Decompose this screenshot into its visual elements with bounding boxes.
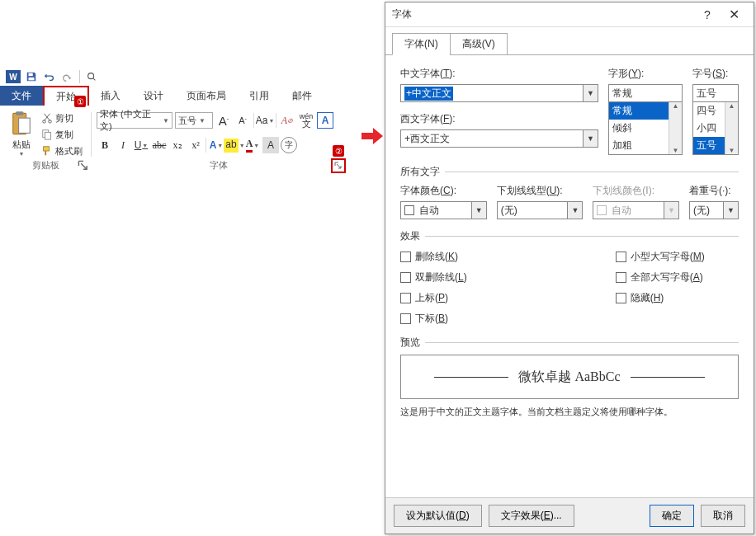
cut-button[interactable]: 剪切 (41, 110, 83, 125)
print-preview-icon[interactable] (83, 68, 100, 85)
shrink-font-button[interactable]: Aˇ (234, 112, 251, 129)
dialog-titlebar: 字体 ? ✕ (385, 2, 754, 27)
ok-button[interactable]: 确定 (650, 505, 694, 527)
font-color-combo[interactable]: 自动▼ (400, 201, 487, 219)
tab-file[interactable]: 文件 (0, 86, 43, 106)
dialog-tab-advanced[interactable]: 高级(V) (450, 33, 508, 55)
callout-marker-2: ② (333, 145, 344, 157)
preview-box: 微软卓越 AaBbCc (400, 355, 739, 399)
font-size-listbox[interactable]: 四号 小四 五号 ▲▼ (692, 102, 739, 155)
tab-references[interactable]: 引用 (238, 86, 281, 106)
underline-button[interactable]: U▼ (133, 137, 149, 153)
subscript-button[interactable]: x₂ (169, 137, 186, 153)
tab-design[interactable]: 设计 (132, 86, 175, 106)
char-shading-button[interactable]: A (262, 137, 279, 153)
qat-separator (79, 70, 80, 83)
emphasis-combo[interactable]: (无)▼ (689, 201, 739, 219)
svg-rect-0 (29, 73, 33, 77)
font-style-label: 字形(Y): (608, 67, 683, 81)
dialog-close-button[interactable]: ✕ (721, 3, 747, 26)
cn-font-combo[interactable]: +中文正文 ▼ (400, 84, 598, 102)
clear-formatting-button[interactable]: A⊘ (279, 112, 295, 129)
clipboard-launcher-icon[interactable] (78, 160, 89, 172)
superscript-button[interactable]: x² (187, 137, 204, 153)
checkbox-subscript[interactable]: 下标(B) (400, 312, 467, 326)
tab-home[interactable]: 开始 ① (43, 86, 89, 106)
group-font: 宋体 (中文正文)▼ 五号▼ Aˆ Aˇ Aa▼ A⊘ wén文 A B I U… (92, 109, 346, 172)
scrollbar[interactable]: ▲▼ (725, 102, 738, 154)
font-dialog-launcher-icon[interactable] (331, 158, 346, 173)
text-effects-button[interactable]: 文字效果(E)... (489, 505, 574, 527)
dialog-tab-font[interactable]: 字体(N) (392, 33, 451, 55)
west-font-value: +西文正文 (404, 132, 450, 146)
checkbox-hidden[interactable]: 隐藏(H) (616, 291, 705, 305)
copy-button[interactable]: 复制 (41, 127, 83, 142)
dropdown-icon[interactable]: ▼ (471, 202, 486, 219)
bold-button[interactable]: B (97, 137, 113, 153)
callout-marker-1: ① (74, 96, 86, 107)
undo-icon[interactable] (41, 68, 58, 85)
text-effects-button[interactable]: A▼ (208, 137, 224, 153)
checkbox-small-caps[interactable]: 小型大写字母(M) (616, 250, 705, 264)
checkbox-strikethrough[interactable]: 删除线(K) (400, 250, 467, 264)
cancel-button[interactable]: 取消 (701, 505, 745, 527)
underline-color-label: 下划线颜色(I): (593, 184, 679, 198)
dialog-tabs: 字体(N) 高级(V) (385, 27, 754, 55)
ribbon-tabs: 文件 开始 ① 插入 设计 页面布局 引用 邮件 (0, 86, 355, 106)
list-item[interactable]: 加粗 (609, 137, 669, 154)
cn-font-value: +中文正文 (404, 87, 453, 101)
strikethrough-button[interactable]: abc (151, 137, 168, 153)
phonetic-guide-button[interactable]: wén文 (298, 112, 314, 129)
set-default-button[interactable]: 设为默认值(D) (394, 505, 482, 527)
list-item[interactable]: 小四 (693, 120, 725, 137)
ribbon: W 文件 开始 ① 插入 设计 页面布局 引用 邮件 粘贴 ▼ (0, 68, 355, 172)
change-case-button[interactable]: Aa▼ (257, 112, 273, 129)
list-item[interactable]: 四号 (693, 102, 725, 120)
tab-layout[interactable]: 页面布局 (175, 86, 238, 106)
checkbox-double-strikethrough[interactable]: 双删除线(L) (400, 270, 467, 284)
format-painter-button[interactable]: 格式刷 (41, 143, 83, 158)
section-effects: 效果 (400, 229, 739, 243)
grow-font-button[interactable]: Aˆ (215, 112, 232, 129)
font-color-label: 字体颜色(C): (400, 184, 487, 198)
font-name-combo[interactable]: 宋体 (中文正文)▼ (97, 112, 172, 129)
dropdown-icon[interactable]: ▼ (583, 85, 598, 101)
list-item[interactable]: 常规 (609, 102, 669, 120)
list-item[interactable]: 倾斜 (609, 120, 669, 137)
font-size-input[interactable]: 五号 (692, 84, 739, 102)
svg-rect-4 (16, 111, 23, 115)
paste-button[interactable]: 粘贴 ▼ (5, 110, 38, 158)
checkbox-superscript[interactable]: 上标(P) (400, 291, 467, 305)
preview-note: 这是用于中文的正文主题字体。当前文档主题定义将使用哪种字体。 (400, 406, 739, 418)
italic-button[interactable]: I (115, 137, 131, 153)
font-style-input[interactable]: 常规 (608, 84, 683, 102)
dropdown-icon[interactable]: ▼ (567, 202, 582, 219)
dropdown-icon[interactable]: ▼ (583, 130, 598, 147)
tab-mail[interactable]: 邮件 (281, 86, 324, 106)
save-icon[interactable] (23, 68, 40, 85)
highlight-button[interactable]: ab▼ (226, 137, 243, 153)
font-color-button[interactable]: A▼ (244, 137, 261, 153)
callout-arrow-icon (361, 125, 383, 149)
dialog-help-button[interactable]: ? (694, 3, 721, 26)
paste-label: 粘贴 (12, 139, 31, 151)
emphasis-label: 着重号(·): (689, 184, 739, 198)
svg-rect-5 (19, 118, 31, 133)
dropdown-icon[interactable]: ▼ (723, 202, 738, 219)
underline-style-combo[interactable]: (无)▼ (497, 201, 584, 219)
enclose-char-button[interactable]: 字 (281, 137, 297, 153)
tab-insert[interactable]: 插入 (89, 86, 132, 106)
character-border-button[interactable]: A (317, 112, 333, 129)
west-font-combo[interactable]: +西文正文 ▼ (400, 129, 598, 148)
redo-icon[interactable] (59, 68, 76, 85)
scrollbar[interactable]: ▲▼ (669, 102, 682, 154)
format-painter-label: 格式刷 (55, 145, 83, 158)
font-style-listbox[interactable]: 常规 倾斜 加粗 ▲▼ (608, 102, 683, 155)
underline-style-label: 下划线线型(U): (497, 184, 584, 198)
font-size-value: 五号 (178, 115, 196, 127)
underline-color-combo: 自动▼ (593, 201, 679, 219)
checkbox-all-caps[interactable]: 全部大写字母(A) (616, 270, 705, 284)
font-size-combo[interactable]: 五号▼ (175, 112, 213, 129)
list-item[interactable]: 五号 (693, 137, 725, 154)
tab-home-label: 开始 (56, 90, 76, 104)
